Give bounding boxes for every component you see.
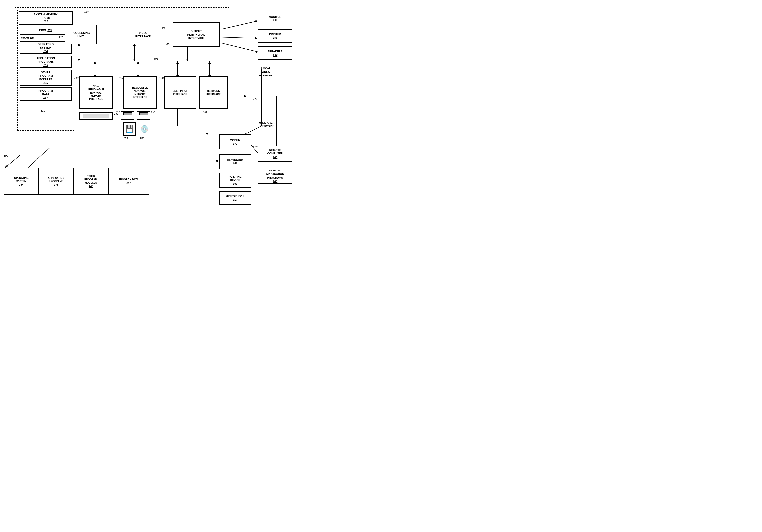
app-bottom-box: APPLICATION PROGRAMS 145 <box>39 168 74 194</box>
system-memory-box: SYSTEM MEMORY (ROM) 131 <box>19 11 73 25</box>
microphone-box: MICROPHONE 163 <box>219 191 251 205</box>
network-interface-box: NETWORK INTERFACE <box>199 76 228 109</box>
remote-app-box: REMOTE APPLICATION PROGRAMS 185 <box>258 168 292 184</box>
ref-151: 151 <box>115 111 120 114</box>
ref-100: 100 <box>4 154 8 157</box>
cd-icon: 💿 <box>138 122 150 136</box>
ref-150: 150 <box>118 76 123 79</box>
monitor-box: MONITOR 191 <box>258 12 292 26</box>
svg-marker-34 <box>255 37 258 39</box>
hard-drive-icon <box>79 112 113 120</box>
other-modules-box: OTHER PROGRAM MODULES 136 <box>20 70 72 86</box>
ref-170: 170 <box>202 111 207 114</box>
remote-computer-box: REMOTE COMPUTER 180 <box>258 146 292 162</box>
user-input-box: USER INPUT INTERFACE <box>164 76 196 109</box>
ref-173: 173 <box>253 146 257 149</box>
ram-label: (RAM) 132 <box>21 37 34 39</box>
video-interface-box: VIDEO INTERFACE <box>126 25 160 44</box>
svg-marker-36 <box>255 50 258 53</box>
program-data-box: PROGRAM DATA 137 <box>20 87 72 101</box>
other-bottom-box: OTHER PROGRAM MODULES 146 <box>74 168 109 194</box>
ref-155: 155 <box>151 111 155 114</box>
bottom-section: OPERATING SYSTEM 144 APPLICATION PROGRAM… <box>4 168 149 195</box>
printer-box: PRINTER 196 <box>258 29 292 43</box>
ref-130: 130 <box>84 10 88 13</box>
processing-unit-box: PROCESSING UNIT <box>65 25 97 44</box>
floppy-disk-icon: 💾 <box>123 122 136 136</box>
wan-label: WIDE AREANETWORK <box>259 121 274 128</box>
speakers-box: SPEAKERS 197 <box>258 46 292 60</box>
pointing-device-box: POINTING DEVICE 161 <box>219 173 251 188</box>
data-bottom-box: PROGRAM DATA 147 <box>109 168 149 194</box>
ref-195: 195 <box>162 27 166 30</box>
svg-marker-57 <box>216 160 218 163</box>
svg-marker-63 <box>5 165 8 168</box>
app-programs-box: APPLICATION PROGRAMS 135 <box>20 55 72 68</box>
floppy-icon-1 <box>121 111 134 120</box>
bios-box: BIOS 133 <box>20 26 72 35</box>
ref-156: 156 <box>140 137 144 140</box>
ref-140: 140 <box>74 76 78 79</box>
svg-marker-41 <box>244 95 247 98</box>
ref-190: 190 <box>166 42 170 45</box>
keyboard-box: KEYBOARD 162 <box>219 154 251 169</box>
ref-171: 171 <box>253 98 257 101</box>
svg-marker-32 <box>255 20 258 23</box>
lan-label: LOCALAREANETWORK <box>259 67 273 77</box>
ref-160: 160 <box>159 76 164 79</box>
output-peripheral-box: OUTPUT PERIPHERAL INTERFACE <box>173 22 220 47</box>
svg-line-62 <box>5 155 20 168</box>
non-removable-box: NON- REMOVABLE NON-VOL. MEMORY INTERFACE <box>79 76 113 109</box>
ref-120: 120 <box>59 36 63 39</box>
os-box: OPERATING SYSTEM 134 <box>20 41 72 54</box>
removable-box: REMOVABLE NON-VOL. MEMORY INTERFACE <box>123 76 157 109</box>
ref-152: 152 <box>123 137 128 140</box>
diagram: 121 <box>0 0 296 207</box>
modem-box: MODEM 172 <box>219 134 251 149</box>
ref-110: 110 <box>41 109 45 112</box>
os-bottom-box: OPERATING SYSTEM 144 <box>4 168 39 194</box>
floppy-icon-2 <box>137 111 150 120</box>
